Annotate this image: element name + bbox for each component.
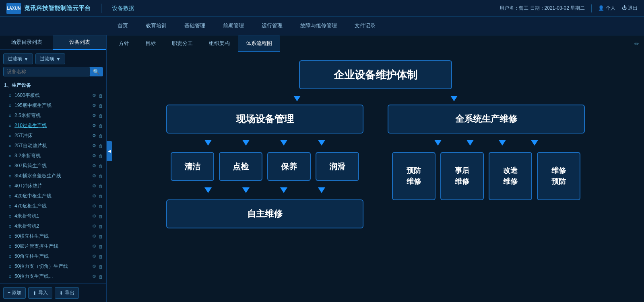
settings-icon[interactable]: ⚙ <box>92 214 96 219</box>
delete-icon[interactable]: 🗑 <box>99 194 103 199</box>
list-item[interactable]: 25T冲床 ⚙🗑 <box>0 131 106 141</box>
list-item[interactable]: 2.5米折弯机 ⚙🗑 <box>0 111 106 121</box>
settings-icon[interactable]: ⚙ <box>92 153 96 158</box>
sub-tab-flow[interactable]: 体系流程图 <box>238 35 280 52</box>
settings-icon[interactable]: ⚙ <box>92 143 96 148</box>
settings-icon[interactable]: ⚙ <box>92 183 96 189</box>
sidebar-tab-device[interactable]: 设备列表 <box>53 35 106 50</box>
flow-box-maintain: 保养 <box>267 152 311 181</box>
flow-left-branch: 现场设备管理 <box>166 105 363 134</box>
sub-tab-duty[interactable]: 职责分工 <box>164 35 201 52</box>
flow-right-branch: 全系统生产维修 <box>388 105 585 134</box>
list-item[interactable]: 50角立柱生产线 ⚙🗑 <box>0 251 106 261</box>
settings-icon[interactable]: ⚙ <box>92 103 96 108</box>
sub-tab-goal[interactable]: 目标 <box>137 35 164 52</box>
list-item[interactable]: 420底中框生产线 ⚙🗑 <box>0 191 106 201</box>
settings-icon[interactable]: ⚙ <box>92 254 96 259</box>
arrow-r3 <box>499 140 506 146</box>
settings-icon[interactable]: ⚙ <box>92 123 96 128</box>
flow-box-preventive: 预防维修 <box>392 152 436 200</box>
sidebar-tab-scene[interactable]: 场景目录列表 <box>0 35 53 50</box>
flow-box-corrective: 事后维修 <box>440 152 484 200</box>
settings-icon[interactable]: ⚙ <box>92 264 96 269</box>
settings-icon[interactable]: ⚙ <box>92 224 96 229</box>
search-input[interactable] <box>3 67 90 76</box>
list-item[interactable]: 50拉力支生产线... ⚙🗑 <box>0 271 106 281</box>
flow-box-improvement: 改造维修 <box>489 152 532 200</box>
delete-icon[interactable]: 🗑 <box>99 234 103 239</box>
list-item[interactable]: 4米折弯机1 ⚙🗑 <box>0 211 106 221</box>
list-item[interactable]: 4米折弯机2 ⚙🗑 <box>0 221 106 231</box>
main-layout: 场景目录列表 设备列表 过滤项 ▼ 过滤项 ▼ 🔍 1、生产设备 1600平板线… <box>0 35 644 302</box>
sub-tabs: 方针 目标 职责分工 组织架构 体系流程图 ✏ <box>107 35 644 52</box>
nav-tab-home[interactable]: 首页 <box>109 17 137 35</box>
list-item[interactable]: 50胶片管支撑生产线 ⚙🗑 <box>0 241 106 251</box>
delete-icon[interactable]: 🗑 <box>99 224 103 229</box>
settings-icon[interactable]: ⚙ <box>92 93 96 98</box>
delete-icon[interactable]: 🗑 <box>99 113 103 118</box>
delete-icon[interactable]: 🗑 <box>99 214 103 219</box>
arrow-lb4 <box>318 187 325 193</box>
delete-icon[interactable]: 🗑 <box>99 264 103 269</box>
settings-icon[interactable]: ⚙ <box>92 274 96 279</box>
nav-tab-file[interactable]: 文件记录 <box>346 17 384 35</box>
settings-icon[interactable]: ⚙ <box>92 163 96 168</box>
settings-icon[interactable]: ⚙ <box>92 193 96 199</box>
delete-icon[interactable]: 🗑 <box>99 103 103 108</box>
nav-tab-operation[interactable]: 运行管理 <box>253 17 291 35</box>
settings-icon[interactable]: ⚙ <box>92 244 96 249</box>
logo-area: LAXUN 览讯科技智能制造云平台 <box>6 3 91 14</box>
sidebar-footer: + 添加 ⬆导入 ⬇导出 <box>0 284 106 302</box>
import-button[interactable]: ⬆导入 <box>28 287 52 299</box>
delete-icon[interactable]: 🗑 <box>99 154 103 158</box>
delete-icon[interactable]: 🗑 <box>99 93 103 98</box>
list-item[interactable]: 470底框生产线 ⚙🗑 <box>0 201 106 211</box>
nav-tab-education[interactable]: 教育培训 <box>137 17 175 35</box>
flow-title-box: 企业设备维护体制 <box>299 60 452 89</box>
list-item[interactable]: 210过道生产线 ⚙🗑 <box>0 121 106 131</box>
delete-icon[interactable]: 🗑 <box>99 174 103 179</box>
nav-tab-fault[interactable]: 故障与维修管理 <box>291 17 346 35</box>
header-left: LAXUN 览讯科技智能制造云平台 设备数据 <box>6 3 134 14</box>
settings-icon[interactable]: ⚙ <box>92 133 96 138</box>
export-button[interactable]: ⬇导出 <box>55 287 79 299</box>
settings-icon[interactable]: ⚙ <box>92 203 96 209</box>
delete-icon[interactable]: 🗑 <box>99 144 103 148</box>
delete-icon[interactable]: 🗑 <box>99 244 103 249</box>
delete-icon[interactable]: 🗑 <box>99 134 103 138</box>
nav-tab-early[interactable]: 前期管理 <box>214 17 253 35</box>
list-item[interactable]: 307风筒生产线 ⚙🗑 <box>0 161 106 171</box>
filter-btn-1[interactable]: 过滤项 ▼ <box>3 53 33 64</box>
search-button[interactable]: 🔍 <box>90 67 103 76</box>
sidebar-collapse-btn[interactable]: ◀ <box>107 141 112 161</box>
edit-icon[interactable]: ✏ <box>634 41 639 47</box>
list-item[interactable]: 25T自动垫片机 ⚙🗑 <box>0 141 106 151</box>
logout-label[interactable]: ⏻ 退出 <box>622 5 638 12</box>
delete-icon[interactable]: 🗑 <box>99 254 103 259</box>
delete-icon[interactable]: 🗑 <box>99 164 103 168</box>
header-divider-v <box>591 4 592 12</box>
sub-tab-org[interactable]: 组织架构 <box>201 35 238 52</box>
add-button[interactable]: + 添加 <box>3 287 26 299</box>
settings-icon[interactable]: ⚙ <box>92 113 96 118</box>
list-item[interactable]: 50横立柱生产线 ⚙🗑 <box>0 231 106 241</box>
settings-icon[interactable]: ⚙ <box>92 234 96 239</box>
sub-tab-policy[interactable]: 方针 <box>111 35 137 52</box>
arrow-l4 <box>318 140 325 146</box>
delete-icon[interactable]: 🗑 <box>99 274 103 279</box>
settings-icon[interactable]: ⚙ <box>92 173 96 179</box>
nav-tab-basic[interactable]: 基础管理 <box>175 17 214 35</box>
list-item[interactable]: 1600平板线 ⚙🗑 <box>0 90 106 101</box>
list-item[interactable]: 40T冲床垫片 ⚙🗑 <box>0 181 106 191</box>
list-item[interactable]: 350插水盒盖板生产线 ⚙🗑 <box>0 171 106 181</box>
delete-icon[interactable]: 🗑 <box>99 123 103 128</box>
arrow-l1 <box>204 140 212 146</box>
delete-icon[interactable]: 🗑 <box>99 204 103 209</box>
list-item[interactable]: 50拉力支（切角）生产线 ⚙🗑 <box>0 261 106 271</box>
delete-icon[interactable]: 🗑 <box>99 184 103 189</box>
sidebar: 场景目录列表 设备列表 过滤项 ▼ 过滤项 ▼ 🔍 1、生产设备 1600平板线… <box>0 35 107 302</box>
personal-label[interactable]: 👤 个人 <box>598 5 615 12</box>
list-item[interactable]: 195底中框生产线 ⚙🗑 <box>0 101 106 111</box>
filter-btn-2[interactable]: 过滤项 ▼ <box>35 53 65 64</box>
list-item[interactable]: 3.2米折弯机 ⚙🗑 <box>0 151 106 161</box>
